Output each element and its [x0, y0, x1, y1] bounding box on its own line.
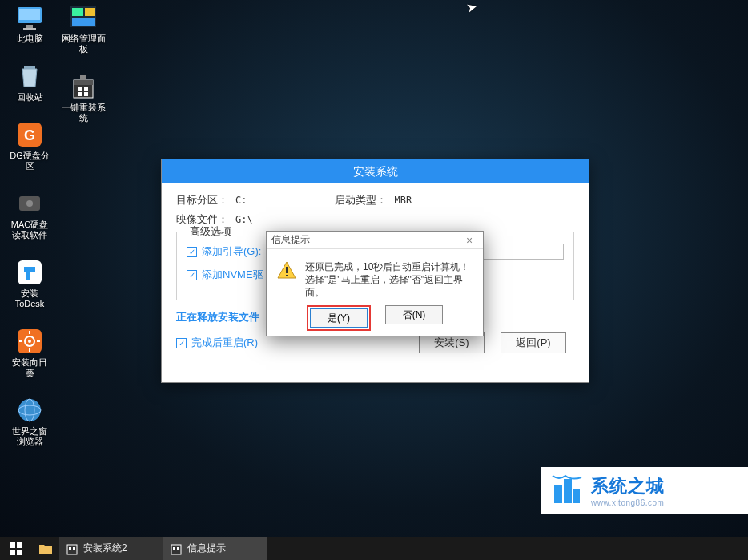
todesk-icon	[15, 258, 44, 287]
svg-rect-22	[85, 8, 95, 16]
brand-logo-icon	[549, 473, 585, 508]
desktop-icon-theworld-browser[interactable]: 世界之窗浏览器	[8, 396, 51, 447]
dialog-title: 信息提示	[271, 233, 310, 247]
icon-label: 世界之窗浏览器	[8, 426, 51, 447]
disk-icon	[15, 189, 44, 218]
svg-rect-27	[84, 87, 88, 91]
taskbar-item-installer[interactable]: 安装系统2	[59, 537, 163, 560]
icon-label: 此电脑	[17, 34, 43, 44]
checkbox-label: 添加引导(G):	[202, 244, 261, 259]
panel-icon	[69, 3, 98, 32]
icon-label: 回收站	[17, 92, 43, 103]
svg-rect-26	[78, 87, 82, 91]
svg-rect-25	[74, 80, 93, 85]
desktop-icon-diskgenius[interactable]: G DG硬盘分区	[8, 120, 51, 171]
svg-point-12	[28, 340, 31, 343]
checkbox-icon: ✓	[187, 270, 197, 280]
svg-point-17	[18, 399, 41, 421]
icon-label: MAC硬盘读取软件	[8, 220, 51, 240]
svg-rect-2	[26, 25, 33, 28]
svg-rect-36	[17, 542, 22, 548]
svg-rect-28	[78, 92, 82, 96]
checkbox-icon: ✓	[187, 247, 197, 257]
boot-type-value: MBR	[394, 195, 412, 206]
advanced-options-title: 高级选项	[185, 224, 236, 239]
desktop-icon-todesk[interactable]: 安装ToDesk	[8, 258, 51, 309]
svg-rect-37	[10, 550, 15, 555]
target-partition-label: 目标分区：	[176, 193, 235, 207]
package-icon	[170, 542, 183, 555]
desktop: 此电脑 回收站 G DG硬盘分区 MAC硬盘读取软件 安装ToDesk	[0, 0, 748, 537]
brand-watermark: 系统之城 www.xitong86.com	[541, 467, 748, 514]
taskbar: 安装系统2 信息提示	[0, 537, 748, 560]
icon-label: 一键重装系统	[59, 103, 107, 123]
icon-label: DG硬盘分区	[8, 151, 51, 171]
svg-rect-21	[72, 8, 83, 16]
desktop-icon-sunlogin[interactable]: 安装向日葵	[8, 327, 51, 378]
windows-icon	[10, 542, 22, 555]
back-button[interactable]: 返回(P)	[501, 332, 566, 353]
dialog-message-line1: 还原已完成，10秒后自动重启计算机！	[305, 260, 473, 273]
sunflower-icon	[15, 327, 44, 356]
svg-rect-29	[84, 92, 88, 96]
message-dialog: 信息提示 × 还原已完成，10秒后自动重启计算机！ 选择"是"马上重启，选择"否…	[266, 231, 484, 336]
package-icon	[69, 72, 98, 101]
svg-rect-35	[10, 542, 15, 548]
taskbar-item-msgbox[interactable]: 信息提示	[163, 537, 267, 560]
icon-label: 安装向日葵	[8, 357, 51, 378]
icon-label: 安装ToDesk	[8, 288, 51, 309]
svg-rect-3	[23, 28, 36, 30]
boot-type-label: 启动类型：	[335, 193, 394, 207]
checkbox-label: 完成后重启(R)	[191, 336, 258, 350]
desktop-icon-mac-disk[interactable]: MAC硬盘读取软件	[8, 189, 51, 240]
desktop-icon-reinstall[interactable]: 一键重装系统	[59, 72, 107, 123]
folder-icon	[38, 542, 53, 555]
yes-button-highlight: 是(Y)	[307, 305, 371, 331]
svg-rect-43	[173, 547, 175, 550]
close-button[interactable]: ×	[460, 234, 478, 247]
task-label: 安装系统2	[83, 542, 127, 555]
svg-text:G: G	[24, 127, 35, 143]
trash-icon	[15, 62, 44, 91]
svg-rect-42	[171, 545, 181, 554]
checkbox-icon: ✓	[176, 338, 187, 348]
svg-point-8	[26, 200, 33, 207]
svg-rect-44	[177, 547, 179, 550]
restart-after-checkbox[interactable]: ✓ 完成后重启(R)	[176, 336, 258, 350]
brand-name: 系统之城	[591, 474, 665, 498]
task-label: 信息提示	[187, 542, 226, 555]
svg-rect-1	[19, 9, 40, 20]
package-icon	[66, 542, 78, 555]
svg-rect-23	[72, 18, 95, 26]
svg-rect-40	[69, 547, 71, 550]
svg-rect-33	[564, 479, 572, 503]
svg-rect-38	[17, 550, 22, 555]
svg-rect-4	[24, 66, 35, 69]
icon-label: 网络管理面板	[59, 34, 107, 54]
svg-rect-34	[573, 489, 580, 503]
svg-rect-41	[73, 547, 75, 550]
checkbox-label: 添加NVME驱	[202, 268, 263, 282]
desktop-icon-this-pc[interactable]: 此电脑	[8, 3, 51, 44]
svg-rect-39	[67, 545, 77, 554]
no-button[interactable]: 否(N)	[385, 305, 443, 324]
svg-rect-30	[286, 267, 288, 273]
desktop-icon-recycle-bin[interactable]: 回收站	[8, 62, 51, 103]
svg-rect-31	[286, 275, 288, 276]
image-file-value: G:\	[235, 214, 253, 225]
svg-rect-32	[554, 485, 562, 503]
target-partition-value: C:	[235, 195, 247, 206]
dialog-message-line2: 选择"是"马上重启，选择"否"返回主界面。	[305, 273, 473, 299]
start-button[interactable]	[0, 537, 32, 560]
installer-title: 安装系统	[162, 159, 589, 183]
desktop-icon-network-panel[interactable]: 网络管理面板	[59, 3, 107, 54]
dg-icon: G	[15, 120, 44, 149]
monitor-icon	[15, 3, 44, 32]
globe-icon	[15, 396, 44, 425]
dialog-message: 还原已完成，10秒后自动重启计算机！ 选择"是"马上重启，选择"否"返回主界面。	[305, 260, 473, 299]
warning-icon	[276, 260, 297, 281]
file-explorer-button[interactable]	[32, 537, 59, 560]
brand-url: www.xitong86.com	[591, 498, 665, 507]
yes-button[interactable]: 是(Y)	[310, 308, 368, 328]
